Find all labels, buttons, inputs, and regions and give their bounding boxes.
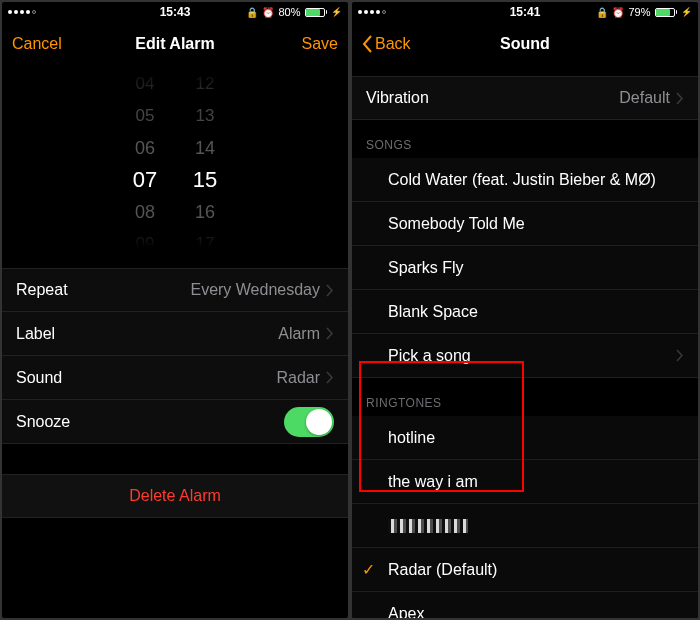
snooze-toggle[interactable] — [284, 407, 334, 437]
delete-alarm-button[interactable]: Delete Alarm — [2, 474, 348, 518]
status-bar: 15:43 🔒 ⏰ 80% ⚡ — [2, 2, 348, 22]
charging-icon: ⚡ — [331, 7, 342, 17]
signal-dots-icon — [8, 10, 36, 14]
navbar: Cancel Edit Alarm Save — [2, 22, 348, 66]
chevron-right-icon — [326, 327, 334, 340]
pick-a-song-row[interactable]: Pick a song — [352, 334, 698, 378]
pixelated-icon — [388, 519, 468, 533]
sound-value: Radar — [276, 369, 320, 387]
alarm-icon: ⏰ — [262, 7, 274, 18]
back-button[interactable]: Back — [362, 35, 411, 53]
chevron-left-icon — [362, 35, 373, 53]
ringtone-item-obscured[interactable] — [352, 504, 698, 548]
chevron-right-icon — [326, 371, 334, 384]
nav-title: Sound — [500, 35, 550, 53]
ringtones-header: RINGTONES — [352, 378, 698, 416]
edit-alarm-screen: 15:43 🔒 ⏰ 80% ⚡ Cancel Edit Alarm Save 0… — [2, 2, 348, 618]
vibration-row[interactable]: Vibration Default — [352, 76, 698, 120]
save-button[interactable]: Save — [302, 35, 338, 53]
status-time: 15:41 — [510, 5, 541, 19]
battery-percent: 79% — [628, 6, 650, 18]
battery-icon — [655, 8, 678, 17]
time-picker[interactable]: 04 05 06 07 08 09 10 12 13 14 15 16 17 1… — [2, 68, 348, 248]
status-bar: 15:41 🔒 ⏰ 79% ⚡ — [352, 2, 698, 22]
sound-screen: 15:41 🔒 ⏰ 79% ⚡ Back Sound Vibration Def… — [352, 2, 698, 618]
battery-percent: 80% — [278, 6, 300, 18]
status-time: 15:43 — [160, 5, 191, 19]
charging-icon: ⚡ — [681, 7, 692, 17]
checkmark-icon: ✓ — [362, 560, 375, 579]
chevron-right-icon — [676, 92, 684, 105]
label-value: Alarm — [278, 325, 320, 343]
lock-icon: 🔒 — [246, 7, 258, 18]
songs-header: SONGS — [352, 120, 698, 158]
minute-picker[interactable]: 12 13 14 15 16 17 18 — [175, 68, 235, 248]
ringtone-item[interactable]: hotline — [352, 416, 698, 460]
repeat-label: Repeat — [16, 281, 68, 299]
snooze-row: Snooze — [2, 400, 348, 444]
cancel-button[interactable]: Cancel — [12, 35, 62, 53]
vibration-label: Vibration — [366, 89, 429, 107]
label-row[interactable]: Label Alarm — [2, 312, 348, 356]
navbar: Back Sound — [352, 22, 698, 66]
sound-row[interactable]: Sound Radar — [2, 356, 348, 400]
alarm-icon: ⏰ — [612, 7, 624, 18]
song-item[interactable]: Sparks Fly — [352, 246, 698, 290]
lock-icon: 🔒 — [596, 7, 608, 18]
ringtone-item[interactable]: the way i am — [352, 460, 698, 504]
label-label: Label — [16, 325, 55, 343]
chevron-right-icon — [676, 349, 684, 362]
hour-picker[interactable]: 04 05 06 07 08 09 10 — [115, 68, 175, 248]
nav-title: Edit Alarm — [135, 35, 214, 53]
battery-icon — [305, 8, 328, 17]
song-item[interactable]: Somebody Told Me — [352, 202, 698, 246]
sound-label: Sound — [16, 369, 62, 387]
vibration-value: Default — [619, 89, 670, 107]
snooze-label: Snooze — [16, 413, 70, 431]
chevron-right-icon — [326, 284, 334, 297]
song-item[interactable]: Blank Space — [352, 290, 698, 334]
signal-dots-icon — [358, 10, 386, 14]
repeat-row[interactable]: Repeat Every Wednesday — [2, 268, 348, 312]
ringtone-item-selected[interactable]: ✓ Radar (Default) — [352, 548, 698, 592]
alarm-settings: Repeat Every Wednesday Label Alarm Sound… — [2, 268, 348, 444]
repeat-value: Every Wednesday — [190, 281, 320, 299]
song-item[interactable]: Cold Water (feat. Justin Bieber & MØ) — [352, 158, 698, 202]
ringtone-item[interactable]: Apex — [352, 592, 698, 618]
